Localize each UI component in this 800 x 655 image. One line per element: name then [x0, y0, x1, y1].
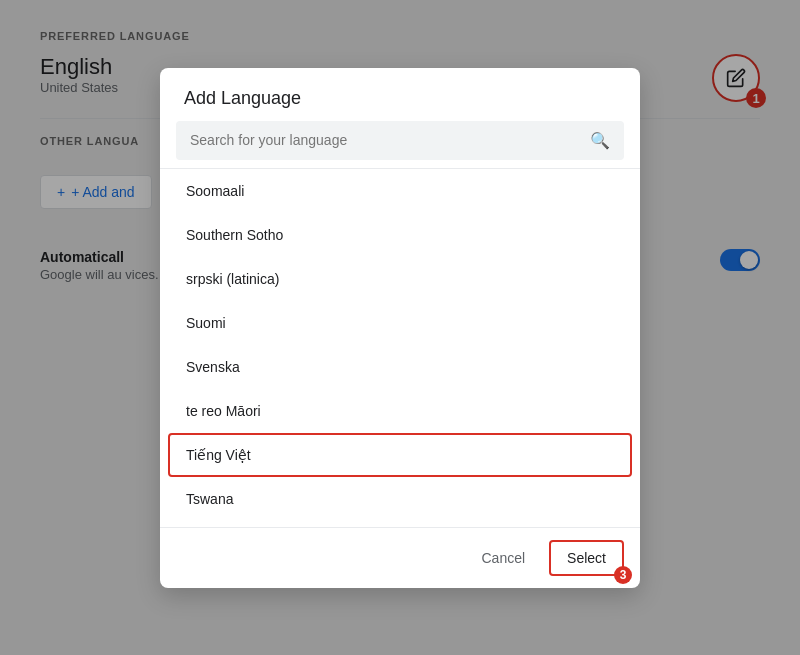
search-icon: 🔍: [590, 131, 610, 150]
search-bar[interactable]: 🔍: [176, 121, 624, 160]
language-item[interactable]: te reo Māori: [160, 389, 640, 433]
language-item[interactable]: Tumbuka: [160, 521, 640, 527]
modal-overlay: Add Language 🔍 SoomaaliSouthern Sothosrp…: [0, 0, 800, 655]
modal-title: Add Language: [184, 88, 616, 109]
language-item[interactable]: Svenska: [160, 345, 640, 389]
modal-footer: Cancel Select 3: [160, 527, 640, 588]
search-input[interactable]: [190, 132, 580, 148]
language-item[interactable]: Tiếng Việt2: [168, 433, 632, 477]
language-list[interactable]: SoomaaliSouthern Sothosrpski (latinica)S…: [160, 168, 640, 527]
modal-header: Add Language: [160, 68, 640, 121]
cancel-button[interactable]: Cancel: [465, 542, 541, 574]
select-button[interactable]: Select 3: [549, 540, 624, 576]
step-3-badge: 3: [614, 566, 632, 584]
language-item[interactable]: Southern Sotho: [160, 213, 640, 257]
language-item[interactable]: Tswana: [160, 477, 640, 521]
language-item[interactable]: Suomi: [160, 301, 640, 345]
language-item[interactable]: Soomaali: [160, 169, 640, 213]
language-item[interactable]: srpski (latinica): [160, 257, 640, 301]
add-language-modal: Add Language 🔍 SoomaaliSouthern Sothosrp…: [160, 68, 640, 588]
